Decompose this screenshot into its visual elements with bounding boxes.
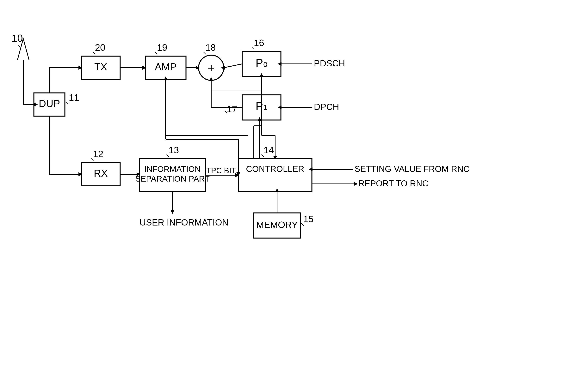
tpc-bit-label: TPC BIT xyxy=(206,166,236,175)
memory-label: MEMORY xyxy=(256,220,298,230)
p0-label: P₀ xyxy=(255,57,268,69)
ref-15-label: 15 xyxy=(303,214,314,224)
info-sep-label1: INFORMATION xyxy=(144,165,201,174)
svg-marker-42 xyxy=(258,117,262,121)
svg-line-25 xyxy=(224,64,242,68)
svg-marker-56 xyxy=(170,210,174,214)
svg-marker-46 xyxy=(260,73,264,77)
dup-label: DUP xyxy=(39,98,60,109)
pdsch-label: PDSCH xyxy=(314,58,345,68)
info-sep-label2: SEPARATION PART xyxy=(135,174,210,183)
controller-box xyxy=(238,159,312,192)
ref-20-label: 20 xyxy=(95,42,105,53)
ref-18-label: 18 xyxy=(205,42,216,53)
ref-19-label: 19 xyxy=(157,42,167,53)
user-info-label: USER INFORMATION xyxy=(139,217,228,227)
ref-14-label: 14 xyxy=(264,145,274,155)
sum-label: + xyxy=(208,61,215,75)
ref-17-label: 17 xyxy=(227,104,237,114)
report-label: REPORT TO RNC xyxy=(358,179,428,188)
svg-marker-62 xyxy=(275,188,279,192)
svg-line-1 xyxy=(18,46,20,47)
svg-marker-28 xyxy=(278,62,282,66)
ref-11-label: 11 xyxy=(69,92,79,103)
circuit-diagram: 10 DUP 11 TX 20 RX 12 AMP 19 + 18 xyxy=(0,0,588,379)
ref-16-label: 16 xyxy=(254,38,264,48)
svg-marker-14 xyxy=(34,103,38,107)
svg-marker-66 xyxy=(164,77,168,80)
diagram-container: 10 DUP 11 TX 20 RX 12 AMP 19 + 18 xyxy=(0,0,588,379)
controller-label1: CONTROLLER xyxy=(246,164,304,174)
ref-10-label: 10 xyxy=(12,32,23,44)
rx-label: RX xyxy=(94,168,108,179)
svg-marker-36 xyxy=(278,106,282,109)
amp-label: AMP xyxy=(155,61,177,72)
setting-value-label: SETTING VALUE FROM RNC xyxy=(354,164,470,174)
tx-label: TX xyxy=(94,61,107,72)
svg-line-2 xyxy=(66,102,68,104)
ref-12-label: 12 xyxy=(93,149,103,159)
svg-marker-60 xyxy=(354,182,358,186)
ref-13-label: 13 xyxy=(168,145,179,155)
dpch-label: DPCH xyxy=(314,102,339,112)
svg-marker-58 xyxy=(309,167,313,171)
svg-marker-26 xyxy=(221,66,225,70)
